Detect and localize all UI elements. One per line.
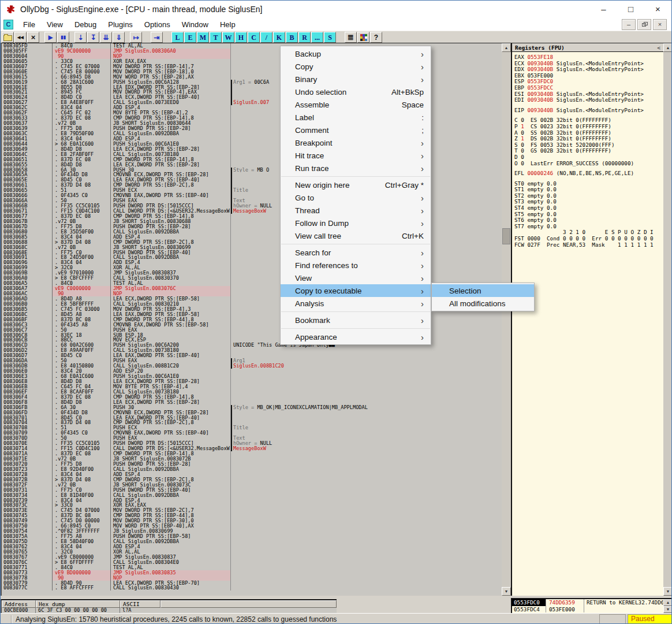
- menu-help[interactable]: Help: [214, 20, 241, 29]
- disasm-row[interactable]: 00830773vE9 BD000000JMP SiglusEn.0083083…: [2, 570, 502, 575]
- disasm-row[interactable]: 008306E8. 8D4D D8LEA ECX,DWORD PTR SS:[E…: [2, 379, 502, 384]
- disasm-row[interactable]: 0083075A. FF75 A8PUSH DWORD PTR SS:[EBP-…: [2, 534, 502, 539]
- call-stack-button[interactable]: K: [273, 32, 285, 43]
- title-bar[interactable]: OllyDbg - SiglusEngine.exe - [CPU - main…: [1, 1, 671, 18]
- disasm-row[interactable]: 0083075D. E8 58D40F00CALL SiglusEn.0092D…: [2, 539, 502, 544]
- context-menu-item-backup[interactable]: Backup›: [281, 47, 431, 60]
- disasm-row[interactable]: 008306D7. 8D45 C0LEA EAX,DWORD PTR SS:[E…: [2, 353, 502, 358]
- disassembly-scrollbar[interactable]: ▲ ▼: [502, 43, 511, 596]
- mdi-close-button[interactable]: ×: [653, 19, 667, 30]
- registers-header[interactable]: Registers (FPU) <: [512, 43, 663, 52]
- windows-button[interactable]: W: [222, 32, 234, 43]
- dump-pane[interactable]: Address Hex dump ASCII 00CBE000 6C 3F C3…: [1, 599, 337, 613]
- registers-pane[interactable]: Registers (FPU) < EAX 0553FE18ECX 009304…: [511, 43, 663, 596]
- step-into-button[interactable]: ⇣: [74, 32, 87, 43]
- disasm-row[interactable]: 00830723. E8 92D40F00CALL SiglusEn.0092D…: [2, 467, 502, 472]
- disasm-row[interactable]: 00830708. 51PUSH ECXTitle: [2, 425, 502, 430]
- disasm-row[interactable]: 008306F4. 837D EC 08CMP DWORD PTR SS:[EB…: [2, 395, 502, 400]
- disasm-row[interactable]: 00830778 90NOP: [2, 575, 502, 581]
- maximize-button[interactable]: □: [617, 1, 644, 18]
- context-menu-item-breakpoint[interactable]: Breakpoint›: [281, 136, 431, 149]
- disasm-row[interactable]: 0083073C> 33C0XOR EAX,EAX: [2, 503, 502, 508]
- disasm-row[interactable]: 008306E0. 83C4 20ADD ESP,20: [2, 369, 502, 374]
- threads-button[interactable]: T: [210, 32, 222, 43]
- close-process-button[interactable]: ×: [27, 32, 39, 43]
- executable-modules-button[interactable]: E: [184, 32, 196, 43]
- disasm-row[interactable]: 008306DA. 50PUSH EAXArg1: [2, 358, 502, 363]
- context-menu-item-run-trace[interactable]: Run trace›: [281, 162, 431, 174]
- stack-row[interactable]: 0553FDC074DD6359RETURN to KERNEL32.74DD6: [512, 599, 663, 606]
- disasm-row[interactable]: 00830754.^0F82 3FFFFFFFJB SiglusEn.00830…: [2, 529, 502, 534]
- scroll-down-icon[interactable]: ▼: [663, 606, 672, 613]
- stack-row[interactable]: 0553FDC4053FE000: [512, 606, 663, 613]
- dump-row[interactable]: 00CBE000 6C 3F C3 00 00 00 00 00 l?Ã: [2, 608, 337, 613]
- context-menu-item-new-origin-here[interactable]: New origin hereCtrl+Gray *: [281, 179, 431, 191]
- register-eip[interactable]: EIP 0093040B SiglusEn.<ModuleEntryPoint>: [514, 107, 663, 114]
- disasm-row[interactable]: 00830704. 837D D4 08CMP DWORD PTR SS:[EB…: [2, 420, 502, 425]
- disasm-row[interactable]: 00830767.vE9 CB000000JMP SiglusEn.008308…: [2, 555, 502, 560]
- context-menu-item-undo-selection[interactable]: Undo selectionAlt+BkSp: [281, 86, 431, 98]
- go-to-address-button[interactable]: ⇥: [151, 32, 163, 43]
- context-menu-item-comment[interactable]: Comment;: [281, 124, 431, 136]
- disasm-row[interactable]: 00830771. 84C0TEST AL,AL: [2, 565, 502, 570]
- register-efl[interactable]: EFL 00000246 (NO,NB,E,BE,NS,PE,GE,LE): [514, 170, 663, 177]
- scroll-down-icon[interactable]: ▼: [502, 587, 511, 596]
- disasm-row[interactable]: 00830779. 8D4D 90LEA ECX,DWORD PTR SS:[E…: [2, 581, 502, 586]
- restart-button[interactable]: ◀◀: [14, 32, 27, 43]
- disasm-row[interactable]: 00830734. E8 81D40F00CALL SiglusEn.0092D…: [2, 493, 502, 498]
- submenu-item-selection[interactable]: Selection: [432, 284, 534, 297]
- scroll-up-icon[interactable]: ▲: [663, 599, 672, 606]
- context-menu-item-analysis[interactable]: Analysis›: [281, 297, 431, 310]
- context-menu-item-find-references-to[interactable]: Find references to›: [281, 259, 431, 272]
- context-menu-item-copy-to-executable[interactable]: Copy to executable›: [281, 284, 431, 297]
- disasm-row[interactable]: 00830720. FF75 D8PUSH DWORD PTR SS:[EBP-…: [2, 462, 502, 467]
- context-menu-item-search-for[interactable]: Search for›: [281, 246, 431, 259]
- minimize-button[interactable]: –: [590, 1, 617, 18]
- disasm-row[interactable]: 00830750. 66:8945 C0MOV WORD PTR SS:[EBP…: [2, 523, 502, 529]
- disasm-row[interactable]: 0083076C> E8 6FFDFFFFCALL SiglusEn.00830…: [2, 560, 502, 565]
- scroll-up-icon[interactable]: ▲: [502, 43, 511, 52]
- collapse-icon[interactable]: <: [657, 44, 660, 51]
- disasm-row[interactable]: 008306D2. E8 A9AAF0FFCALL SiglusEn.0073B…: [2, 348, 502, 353]
- disasm-row[interactable]: 00830709. 0F4345 C0CMOVNB EAX,DWORD PTR …: [2, 430, 502, 436]
- context-menu-item-assemble[interactable]: AssembleSpace: [281, 98, 431, 111]
- disasm-row[interactable]: 00830731. FF75 C0PUSH DWORD PTR SS:[EBP-…: [2, 488, 502, 493]
- menu-window[interactable]: Window: [176, 20, 214, 29]
- disasm-row[interactable]: 008306EB. C645 FC 04MOV BYTE PTR SS:[EBP…: [2, 384, 502, 389]
- trace-over-button[interactable]: ⇓: [113, 32, 125, 43]
- cpu-button[interactable]: C: [248, 32, 260, 43]
- disasm-row[interactable]: 008306F8. 8D4D D8LEA ECX,DWORD PTR SS:[E…: [2, 400, 502, 405]
- disasm-row[interactable]: 00830745. 837D BC 08CMP DWORD PTR SS:[EB…: [2, 513, 502, 518]
- disasm-row[interactable]: 0083071A. 837D EC 08CMP DWORD PTR SS:[EB…: [2, 451, 502, 456]
- flag-o[interactable]: O 0 LastErr ERROR_SUCCESS (00000000): [514, 161, 663, 167]
- references-button[interactable]: R: [298, 32, 311, 43]
- disasm-row[interactable]: 008306DB. E8 40150800CALL SiglusEn.008B1…: [2, 363, 502, 369]
- menu-plugins[interactable]: Plugins: [102, 20, 139, 29]
- step-over-button[interactable]: ↧: [87, 32, 99, 43]
- context-menu-item-view[interactable]: View›: [281, 272, 431, 284]
- flag-t[interactable]: T 0 GS 002B 32bit 0(FFFFFFFF): [514, 148, 663, 154]
- disasm-row[interactable]: 00830714. FF15 C0D4C100CALL DWORD PTR DS…: [2, 446, 502, 451]
- patches-button[interactable]: /: [260, 32, 272, 43]
- help-button[interactable]: ?: [370, 32, 382, 43]
- run-button[interactable]: ▶: [44, 32, 57, 43]
- scrollbar-thumb[interactable]: [502, 228, 510, 244]
- disasm-row[interactable]: 0083073E. C745 D4 07000MOV DWORD PTR SS:…: [2, 508, 502, 513]
- context-menu-item-follow-in-dump[interactable]: Follow in Dump›: [281, 217, 431, 229]
- execute-till-return-button[interactable]: ↦: [130, 32, 142, 43]
- context-menu-item-go-to[interactable]: Go to›: [281, 191, 431, 204]
- menu-debug[interactable]: Debug: [69, 20, 102, 29]
- run-trace-button[interactable]: ...: [311, 32, 323, 43]
- submenu-item-all-modifications[interactable]: All modifications: [432, 297, 534, 310]
- appearance-button[interactable]: [357, 32, 369, 43]
- menu-options[interactable]: Options: [139, 20, 176, 29]
- disasm-row[interactable]: 008306E3. 68 E0A1C600PUSH SiglusEn.00C6A…: [2, 374, 502, 379]
- context-menu-item-thread[interactable]: Thread›: [281, 204, 431, 217]
- trace-into-button[interactable]: ⇊: [100, 32, 112, 43]
- menu-view[interactable]: View: [41, 20, 69, 29]
- context-menu-item-copy[interactable]: Copy›: [281, 60, 431, 73]
- mdi-restore-button[interactable]: [637, 19, 651, 30]
- disasm-row[interactable]: 00830739. 83C4 04ADD ESP,4: [2, 498, 502, 503]
- disasm-row[interactable]: 008306FD. 0F434D D8CMOVNB ECX,DWORD PTR …: [2, 410, 502, 415]
- memory-map-button[interactable]: M: [197, 32, 209, 43]
